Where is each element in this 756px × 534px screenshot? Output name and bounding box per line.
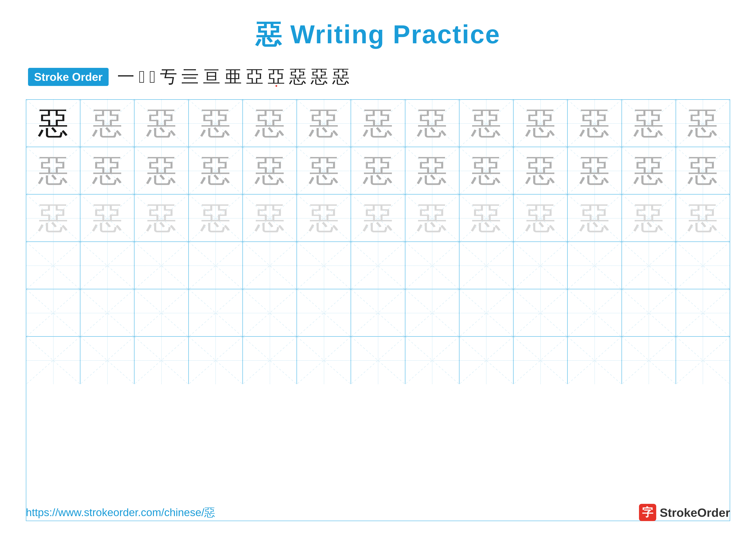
- practice-char: 惡: [201, 156, 230, 186]
- grid-cell[interactable]: [297, 289, 351, 337]
- practice-char: 惡: [309, 108, 339, 139]
- stroke-order-badge: Stroke Order: [28, 68, 109, 86]
- grid-cell[interactable]: 惡: [459, 147, 514, 194]
- grid-cell[interactable]: [676, 289, 730, 337]
- grid-cell[interactable]: 惡: [189, 194, 243, 242]
- practice-char: 惡: [92, 108, 122, 139]
- grid-cell[interactable]: 惡: [405, 147, 459, 194]
- grid-cell[interactable]: [676, 337, 730, 384]
- grid-cell[interactable]: 惡: [568, 147, 622, 194]
- grid-cell[interactable]: 惡: [514, 147, 568, 194]
- grid-cell[interactable]: [351, 242, 405, 289]
- step-4: 亐: [160, 65, 177, 89]
- grid-cell[interactable]: 惡: [514, 100, 568, 147]
- footer: https://www.strokeorder.com/chinese/惡 字 …: [26, 504, 730, 521]
- grid-cell[interactable]: 惡: [297, 194, 351, 242]
- grid-cell[interactable]: [297, 337, 351, 384]
- grid-cell[interactable]: [514, 337, 568, 384]
- grid-cell[interactable]: 惡: [134, 194, 189, 242]
- footer-url[interactable]: https://www.strokeorder.com/chinese/惡: [26, 505, 215, 520]
- practice-char: 惡: [634, 156, 664, 186]
- grid-cell[interactable]: [622, 289, 676, 337]
- grid-cell[interactable]: [189, 242, 243, 289]
- grid-cell[interactable]: [80, 337, 134, 384]
- grid-cell[interactable]: [243, 337, 297, 384]
- grid-cell[interactable]: 惡: [351, 147, 405, 194]
- grid-cell[interactable]: [243, 289, 297, 337]
- grid-cell[interactable]: 惡: [26, 194, 80, 242]
- grid-cell[interactable]: [405, 242, 459, 289]
- grid-cell[interactable]: [297, 242, 351, 289]
- grid-cell[interactable]: 惡: [134, 100, 189, 147]
- grid-cell[interactable]: [26, 337, 80, 384]
- grid-cell[interactable]: 惡: [243, 100, 297, 147]
- stroke-steps: 一 𠃋 𠄌 亐 亖 亘 亜 亞 亞• 惡 惡 惡: [117, 65, 350, 89]
- grid-cell[interactable]: 惡: [676, 100, 730, 147]
- practice-grid: 惡 惡 惡 惡 惡 惡 惡 惡 惡 惡: [26, 99, 730, 521]
- grid-cell[interactable]: [80, 242, 134, 289]
- grid-cell[interactable]: 惡: [189, 147, 243, 194]
- grid-cell[interactable]: [351, 289, 405, 337]
- grid-row: [26, 242, 730, 289]
- grid-cell[interactable]: 惡: [297, 100, 351, 147]
- grid-cell[interactable]: 惡: [351, 100, 405, 147]
- grid-cell[interactable]: 惡: [405, 194, 459, 242]
- grid-cell[interactable]: 惡: [459, 100, 514, 147]
- practice-char: 惡: [201, 108, 230, 139]
- grid-cell[interactable]: [568, 337, 622, 384]
- grid-cell[interactable]: 惡: [134, 147, 189, 194]
- step-9: 亞•: [268, 65, 285, 89]
- practice-char: 惡: [526, 203, 555, 233]
- grid-cell[interactable]: [405, 289, 459, 337]
- practice-char: 惡: [634, 203, 664, 233]
- grid-cell[interactable]: [405, 337, 459, 384]
- grid-cell[interactable]: [676, 242, 730, 289]
- grid-cell[interactable]: 惡: [80, 100, 134, 147]
- grid-cell[interactable]: 惡: [351, 194, 405, 242]
- grid-cell[interactable]: [514, 289, 568, 337]
- grid-row: 惡 惡 惡 惡 惡 惡 惡 惡 惡 惡: [26, 194, 730, 242]
- grid-cell[interactable]: [568, 242, 622, 289]
- grid-cell[interactable]: 惡: [80, 194, 134, 242]
- grid-cell[interactable]: 惡: [622, 147, 676, 194]
- practice-char: 惡: [688, 156, 718, 186]
- grid-cell[interactable]: [26, 242, 80, 289]
- grid-cell[interactable]: 惡: [622, 194, 676, 242]
- grid-cell[interactable]: [134, 242, 189, 289]
- grid-cell[interactable]: 惡: [568, 100, 622, 147]
- grid-cell[interactable]: [568, 289, 622, 337]
- grid-cell[interactable]: 惡: [676, 147, 730, 194]
- grid-cell[interactable]: [351, 337, 405, 384]
- grid-cell[interactable]: [243, 242, 297, 289]
- grid-cell[interactable]: 惡: [568, 194, 622, 242]
- grid-cell[interactable]: 惡: [676, 194, 730, 242]
- grid-cell[interactable]: [134, 337, 189, 384]
- grid-cell[interactable]: [80, 289, 134, 337]
- grid-cell[interactable]: 惡: [80, 147, 134, 194]
- stroke-order-row: Stroke Order 一 𠃋 𠄌 亐 亖 亘 亜 亞 亞• 惡 惡 惡: [26, 65, 730, 89]
- grid-cell[interactable]: [189, 289, 243, 337]
- grid-cell[interactable]: 惡: [243, 194, 297, 242]
- grid-row: [26, 337, 730, 384]
- grid-cell[interactable]: [26, 289, 80, 337]
- grid-cell[interactable]: 惡: [459, 194, 514, 242]
- step-2: 𠃋: [139, 67, 145, 87]
- grid-cell[interactable]: 惡: [26, 147, 80, 194]
- grid-cell[interactable]: [459, 289, 514, 337]
- grid-cell[interactable]: 惡: [189, 100, 243, 147]
- grid-cell[interactable]: 惡: [405, 100, 459, 147]
- grid-cell[interactable]: 惡: [622, 100, 676, 147]
- grid-cell[interactable]: [622, 242, 676, 289]
- grid-cell[interactable]: 惡: [297, 147, 351, 194]
- grid-cell[interactable]: [459, 242, 514, 289]
- grid-cell[interactable]: [514, 242, 568, 289]
- grid-cell[interactable]: 惡: [514, 194, 568, 242]
- practice-char: 惡: [38, 108, 68, 139]
- grid-cell[interactable]: 惡: [243, 147, 297, 194]
- grid-cell[interactable]: [459, 337, 514, 384]
- grid-cell[interactable]: 惡: [26, 100, 80, 147]
- grid-cell[interactable]: [189, 337, 243, 384]
- grid-cell[interactable]: [622, 337, 676, 384]
- grid-cell[interactable]: [134, 289, 189, 337]
- title-text: Writing Practice: [290, 20, 500, 49]
